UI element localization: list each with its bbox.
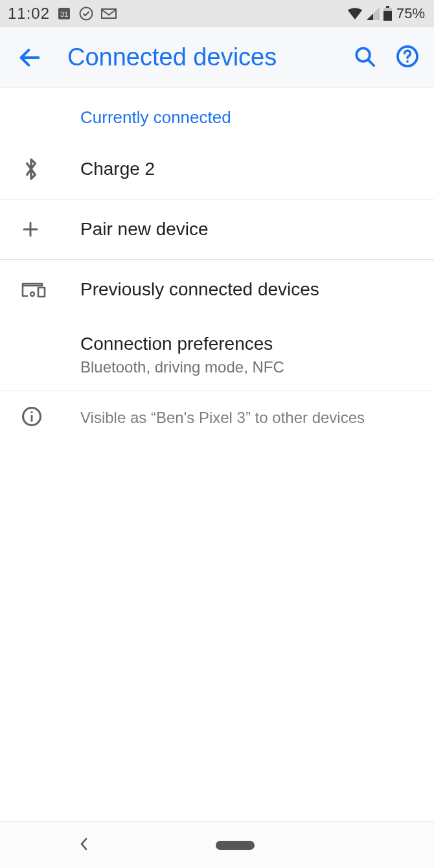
status-bar-left: 11:02 31 <box>8 5 117 23</box>
svg-point-10 <box>406 60 409 63</box>
svg-point-11 <box>30 292 34 296</box>
search-icon <box>352 44 377 69</box>
page-title: Connected devices <box>67 43 352 71</box>
status-bar-right: 75% <box>347 5 425 22</box>
bluetooth-icon <box>21 156 41 182</box>
header-actions <box>352 44 420 71</box>
arrow-left-icon <box>17 45 43 71</box>
svg-rect-13 <box>31 415 33 422</box>
page-header: Connected devices <box>0 27 434 88</box>
connected-device-row[interactable]: Charge 2 <box>0 139 434 199</box>
svg-line-8 <box>369 60 374 65</box>
info-icon <box>21 405 43 428</box>
wifi-icon <box>347 6 363 21</box>
nav-back-button[interactable] <box>78 836 91 855</box>
help-button[interactable] <box>395 44 420 71</box>
svg-text:31: 31 <box>60 10 68 18</box>
chevron-left-icon <box>78 836 91 852</box>
visibility-info-text: Visible as “Ben's Pixel 3” to other devi… <box>80 409 365 427</box>
plus-icon <box>21 220 40 239</box>
visibility-info-row: Visible as “Ben's Pixel 3” to other devi… <box>0 391 434 444</box>
previously-connected-label: Previously connected devices <box>80 279 421 300</box>
svg-point-2 <box>80 8 93 20</box>
section-currently-connected: Currently connected <box>0 88 434 139</box>
connected-device-label: Charge 2 <box>80 159 421 179</box>
pair-new-device-row[interactable]: Pair new device <box>0 200 434 259</box>
svg-rect-3 <box>102 9 116 18</box>
nav-home-pill[interactable] <box>216 841 255 850</box>
status-time: 11:02 <box>8 5 50 23</box>
gmail-icon <box>100 6 117 21</box>
svg-rect-14 <box>31 411 33 413</box>
previously-connected-row[interactable]: Previously connected devices <box>0 260 434 319</box>
search-button[interactable] <box>352 44 377 71</box>
connection-preferences-subtitle: Bluetooth, driving mode, NFC <box>80 358 421 376</box>
devices-icon <box>21 280 48 299</box>
check-circle-icon <box>78 6 94 21</box>
status-bar: 11:02 31 75% <box>0 0 434 27</box>
battery-percent: 75% <box>396 5 425 22</box>
calendar-icon: 31 <box>56 6 72 21</box>
svg-rect-4 <box>386 6 389 8</box>
cell-signal-icon <box>366 6 380 21</box>
help-circle-icon <box>395 44 420 69</box>
pair-new-device-label: Pair new device <box>80 219 421 240</box>
navigation-bar <box>0 821 434 868</box>
back-button[interactable] <box>16 43 44 72</box>
connection-preferences-title: Connection preferences <box>80 334 421 354</box>
svg-rect-6 <box>383 11 392 21</box>
battery-icon <box>383 6 393 21</box>
connection-preferences-row[interactable]: Connection preferences Bluetooth, drivin… <box>0 319 434 391</box>
